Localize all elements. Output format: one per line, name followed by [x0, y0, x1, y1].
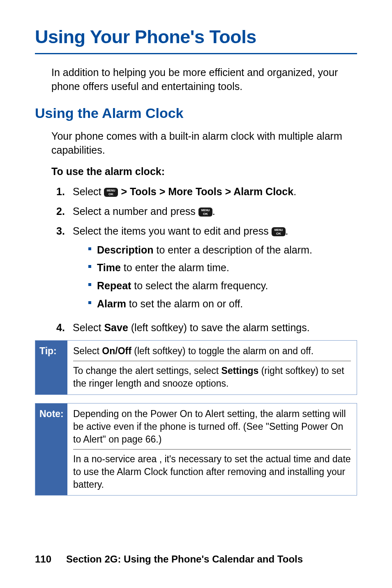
- bullet-item: Description to enter a description of th…: [88, 243, 357, 257]
- step-number: 4.: [56, 321, 73, 335]
- step-body: Select > Tools > More Tools > Alarm Cloc…: [73, 185, 357, 199]
- title-rule: [35, 53, 357, 54]
- subintro-paragraph: Your phone comes with a built-in alarm c…: [51, 129, 357, 157]
- menu-ok-icon: [104, 188, 118, 197]
- page-number: 110: [35, 553, 51, 565]
- page-footer: 110Section 2G: Using the Phone's Calenda…: [35, 553, 303, 566]
- step-number: 1.: [56, 185, 73, 199]
- menu-ok-icon: [198, 208, 212, 217]
- bullet-icon: [88, 283, 91, 286]
- callout-separator: [73, 361, 351, 361]
- step-3: 3. Select the items you want to edit and…: [56, 224, 357, 315]
- bullet-icon: [88, 265, 91, 268]
- step-number: 2.: [56, 205, 73, 219]
- step-2: 2. Select a number and press .: [56, 205, 357, 219]
- step-body: Select Save (left softkey) to save the a…: [73, 321, 357, 335]
- note-content: Depending on the Power On to Alert setti…: [67, 404, 357, 495]
- bullet-icon: [88, 301, 91, 304]
- menu-ok-icon: [272, 227, 286, 236]
- bullet-item: Time to enter the alarm time.: [88, 261, 357, 275]
- callout-separator: [73, 449, 351, 450]
- step-body: Select the items you want to edit and pr…: [73, 224, 357, 315]
- tip-callout: Tip: Select On/Off (left softkey) to tog…: [35, 340, 357, 394]
- intro-paragraph: In addition to helping you be more effic…: [51, 66, 357, 94]
- bullet-icon: [88, 247, 91, 250]
- note-callout: Note: Depending on the Power On to Alert…: [35, 403, 357, 496]
- bullet-item: Alarm to set the alarm on or off.: [88, 297, 357, 311]
- tip-label: Tip:: [35, 341, 67, 394]
- task-heading: To use the alarm clock:: [51, 165, 357, 179]
- step-1: 1. Select > Tools > More Tools > Alarm C…: [56, 185, 357, 199]
- step-number: 3.: [56, 224, 73, 315]
- steps-list: 1. Select > Tools > More Tools > Alarm C…: [56, 185, 357, 334]
- section-heading: Using the Alarm Clock: [35, 104, 357, 123]
- section-label: Section 2G: Using the Phone's Calendar a…: [66, 553, 303, 565]
- step-body: Select a number and press .: [73, 205, 357, 219]
- bullet-item: Repeat to select the alarm frequency.: [88, 279, 357, 293]
- step-4: 4. Select Save (left softkey) to save th…: [56, 321, 357, 335]
- note-label: Note:: [35, 404, 67, 495]
- page-title: Using Your Phone's Tools: [35, 25, 357, 50]
- sub-bullets: Description to enter a description of th…: [88, 243, 357, 311]
- tip-content: Select On/Off (left softkey) to toggle t…: [67, 341, 357, 394]
